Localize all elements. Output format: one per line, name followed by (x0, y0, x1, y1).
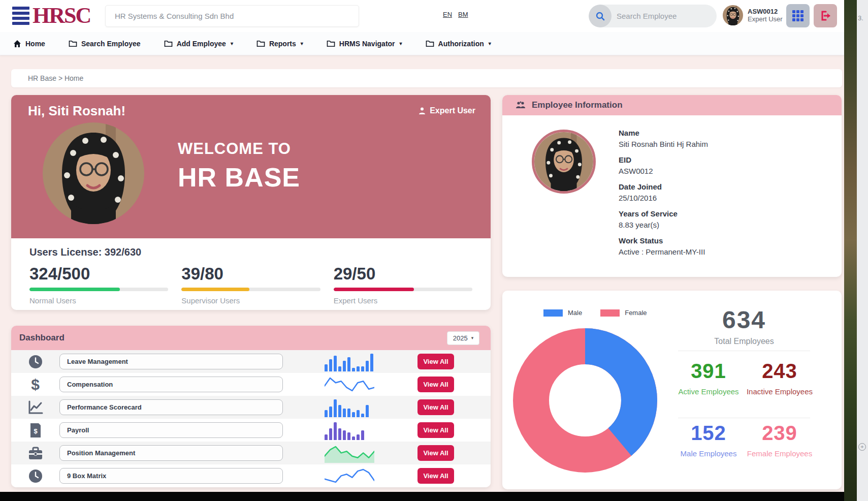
divider (678, 351, 810, 351)
folder-icon (256, 40, 265, 47)
module-label: Performance Scorecard (59, 399, 283, 415)
logout-button[interactable] (814, 4, 837, 27)
module-label: Position Management (59, 445, 283, 461)
home-icon (13, 40, 21, 48)
left-column: Hi, Siti Rosnah! Expert User WELCOME TO … (11, 95, 491, 487)
breadcrumb[interactable]: HR Base > Home (11, 69, 842, 87)
nav-item-home[interactable]: Home (13, 40, 45, 48)
bottom-black-bar (0, 492, 844, 501)
nav-item-reports[interactable]: Reports ▾ (256, 40, 303, 48)
dashboard-row-leave-management: Leave Management View All (11, 350, 491, 373)
employee-photo (532, 130, 596, 194)
avatar (723, 5, 743, 25)
field-date-joined: Date Joined 25/10/2016 (619, 182, 708, 203)
folder-icon (164, 40, 173, 47)
logo-bars-icon (12, 7, 29, 25)
license-title: Users License: 392/630 (29, 246, 472, 258)
total-employees: 634 Total Employees (688, 306, 800, 346)
employee-stats-card: Male Female 634 Total Employees 391 Acti… (502, 291, 842, 489)
dashboard-title: Dashboard (19, 333, 65, 343)
dashboard-row-payroll: $ Payroll View All (11, 419, 491, 442)
view-all-button[interactable]: View All (417, 354, 454, 369)
mini-chart (325, 466, 374, 486)
clock-icon (11, 468, 59, 484)
field-years-of-service: Years of Service 8.83 year(s) (619, 209, 708, 230)
progress-track (181, 288, 320, 291)
chevron-down-icon: ▾ (471, 335, 474, 340)
license-normal-users: 324/500 Normal Users (29, 264, 168, 305)
logout-icon (819, 10, 831, 22)
view-all-button[interactable]: View All (417, 422, 454, 438)
employee-info-title: Employee Information (532, 100, 623, 110)
chevron-down-icon: ▾ (489, 41, 491, 46)
mini-chart (325, 375, 374, 394)
user-id: ASW0012 (748, 8, 783, 15)
view-all-button[interactable]: View All (417, 399, 454, 415)
user-profile[interactable]: ASW0012 Expert User (723, 5, 783, 25)
folder-icon (426, 40, 434, 47)
field-name: Name Siti Rosnah Binti Hj Rahim (619, 129, 708, 149)
module-label: Payroll (59, 422, 283, 438)
chevron-down-icon: ▾ (231, 41, 233, 46)
nav-item-authorization[interactable]: Authorization ▾ (426, 40, 491, 48)
welcome-avatar (43, 122, 144, 224)
dashboard-row-compensation: $ Compensation View All (11, 373, 491, 396)
progress-fill (29, 288, 120, 291)
payroll-icon: $ (11, 423, 59, 438)
person-icon (418, 107, 426, 115)
gender-donut-chart (513, 328, 657, 473)
view-all-button[interactable]: View All (417, 445, 454, 461)
employee-info-header: Employee Information (502, 95, 842, 115)
mini-chart (325, 398, 374, 417)
module-label: 9 Box Matrix (59, 468, 283, 484)
role-badge: Expert User (418, 106, 475, 115)
nav-item-hrms-navigator[interactable]: HRMS Navigator ▾ (327, 40, 402, 48)
mini-chart (325, 444, 374, 463)
stat-inactive-employees: 243 Inactive Employees (744, 356, 815, 418)
language-switcher: EN BM (443, 11, 468, 18)
nav-item-add-employee[interactable]: Add Employee ▾ (164, 40, 233, 48)
search-icon (589, 5, 612, 27)
year-select[interactable]: 2025 ▾ (447, 331, 479, 345)
mini-chart (325, 352, 374, 371)
users-license-section: Users License: 392/630 324/500 Normal Us… (11, 238, 491, 310)
welcome-card: Hi, Siti Rosnah! Expert User WELCOME TO … (11, 95, 491, 310)
employee-search (589, 5, 717, 27)
right-column: Employee Information Name Siti Rosnah Bi… (502, 95, 842, 489)
greeting-text: Hi, Siti Rosnah! (28, 103, 125, 119)
company-name-field[interactable]: HR Systems & Consulting Sdn Bhd (105, 5, 359, 27)
field-eid: EID ASW0012 (619, 155, 708, 176)
welcome-banner: Hi, Siti Rosnah! Expert User WELCOME TO … (11, 95, 491, 238)
folder-icon (69, 40, 77, 47)
dashboard-row-9-box-matrix: 9 Box Matrix View All (11, 464, 491, 487)
briefcase-icon (11, 447, 59, 460)
folder-icon (327, 40, 335, 47)
chevron-down-icon: ▾ (400, 41, 402, 46)
stat-active-employees: 391 Active Employees (673, 356, 744, 418)
legend-swatch-female (600, 309, 620, 317)
license-expert-users: 29/50 Expert Users (334, 264, 472, 305)
dashboard-row-position-management: Position Management View All (11, 442, 491, 464)
progress-fill (181, 288, 249, 291)
view-all-button[interactable]: View All (417, 377, 454, 392)
progress-track (29, 288, 168, 291)
lang-bm-link[interactable]: BM (458, 11, 468, 18)
license-supervisor-users: 39/80 Supervisor Users (181, 264, 320, 305)
user-role: Expert User (748, 15, 783, 23)
dollar-icon: $ (11, 377, 59, 392)
stat-female-employees: 239 Female Employees (744, 418, 815, 480)
progress-track (334, 288, 472, 291)
apps-grid-button[interactable] (786, 4, 810, 27)
stat-male-employees: 152 Male Employees (673, 418, 744, 480)
employee-fields: Name Siti Rosnah Binti Hj Rahim EID ASW0… (619, 129, 708, 263)
welcome-title: WELCOME TO HR BASE (178, 140, 300, 193)
lang-en-link[interactable]: EN (443, 11, 452, 18)
view-all-button[interactable]: View All (417, 468, 454, 484)
desktop-wallpaper-strip (844, 0, 857, 501)
search-input[interactable] (612, 12, 708, 20)
nav-item-search-employee[interactable]: Search Employee (69, 40, 141, 48)
clock-icon (11, 354, 59, 369)
app-header: HRSC HR Systems & Consulting Sdn Bhd EN … (0, 0, 844, 32)
chevron-down-icon: ▾ (301, 41, 303, 46)
plus-circle-icon[interactable]: + (858, 443, 866, 451)
